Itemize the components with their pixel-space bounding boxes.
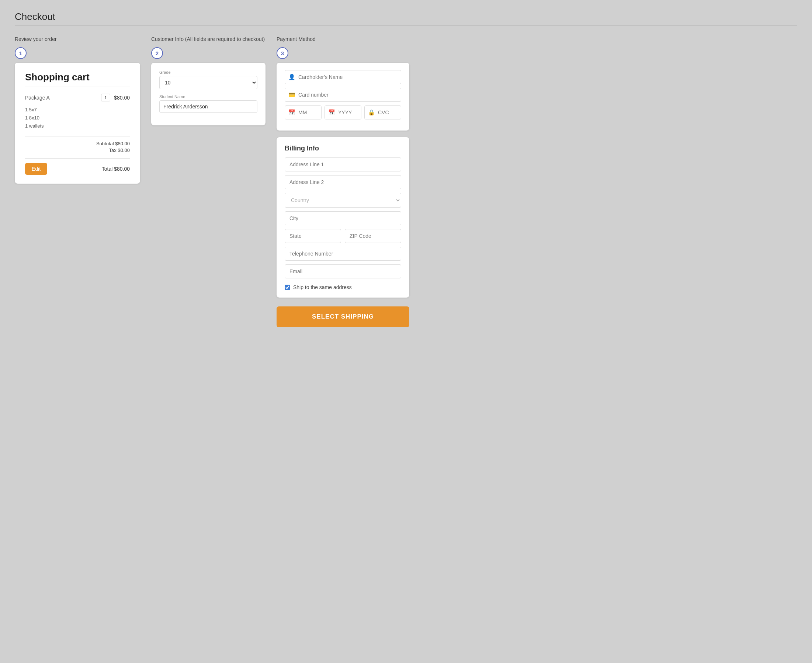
review-label: Review your order <box>15 36 140 42</box>
cart-title: Shopping cart <box>25 71 130 87</box>
city-input[interactable] <box>285 211 401 225</box>
calendar-icon-2: 📅 <box>328 109 335 116</box>
cart-item-name: Package A <box>25 95 50 101</box>
email-input[interactable] <box>285 264 401 278</box>
card-icon: 💳 <box>288 91 295 98</box>
step-3-badge: 3 <box>277 47 288 59</box>
state-input[interactable] <box>285 229 341 243</box>
cart-subtotals: Subtotal $80.00 Tax $0.00 <box>25 141 130 153</box>
payment-card: 👤 💳 📅 📅 🔒 <box>277 63 409 131</box>
zip-input[interactable] <box>345 229 401 243</box>
grade-label: Grade <box>159 70 257 74</box>
select-shipping-button[interactable]: SELECT SHIPPING <box>277 306 409 327</box>
edit-button[interactable]: Edit <box>25 163 47 175</box>
cart-item-qty: 1 <box>101 94 110 102</box>
ship-same-checkbox[interactable] <box>285 285 290 290</box>
country-select[interactable]: Country United States Canada United King… <box>285 193 401 208</box>
calendar-icon: 📅 <box>288 109 295 116</box>
cart-item-price: $80.00 <box>114 95 130 101</box>
lock-icon: 🔒 <box>368 109 375 116</box>
step-1-badge: 1 <box>15 47 27 59</box>
payment-label: Payment Method <box>277 36 409 42</box>
student-name-input[interactable] <box>159 100 257 113</box>
ship-same-label: Ship to the same address <box>293 284 352 290</box>
person-icon: 👤 <box>288 74 295 80</box>
card-number-input[interactable] <box>285 88 401 102</box>
cart-item-row: Package A 1 $80.00 <box>25 94 130 102</box>
student-name-label: Student Name <box>159 94 257 99</box>
customer-info-card: Grade 10 9 11 12 Student Name <box>151 63 265 125</box>
step-2-badge: 2 <box>151 47 163 59</box>
telephone-input[interactable] <box>285 247 401 261</box>
billing-title: Billing Info <box>285 144 401 152</box>
shopping-cart-card: Shopping cart Package A 1 $80.00 1 5x7 1… <box>15 63 140 184</box>
page-title: Checkout <box>15 11 797 23</box>
cardholder-name-input[interactable] <box>285 70 401 84</box>
address1-input[interactable] <box>285 157 401 171</box>
cart-total: Total $80.00 <box>102 166 130 172</box>
cart-item-details: 1 5x7 1 8x10 1 wallets <box>25 106 130 130</box>
address2-input[interactable] <box>285 175 401 189</box>
customer-label: Customer Info (All fields are required t… <box>151 36 265 42</box>
billing-info-card: Billing Info Country United States Canad… <box>277 137 409 298</box>
grade-select[interactable]: 10 9 11 12 <box>159 76 257 89</box>
